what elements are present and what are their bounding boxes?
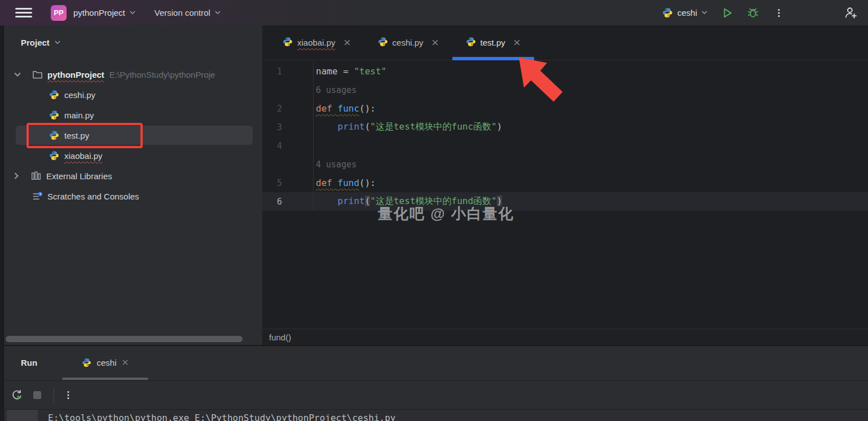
tree-row-pythonproject[interactable]: pythonProject E:\PythonStudy\pythonProje [4, 64, 262, 85]
more-actions-button[interactable] [774, 8, 784, 18]
code-token: print [338, 196, 365, 206]
tree-item-path: E:\PythonStudy\pythonProje [109, 70, 215, 79]
tree-item-label: test.py [64, 131, 89, 140]
code-token: ( [365, 196, 371, 206]
python-icon [466, 37, 476, 48]
chevron-down-icon[interactable] [14, 72, 23, 77]
code-token: ) [497, 196, 503, 206]
line-number: 1 [262, 62, 314, 81]
vcs-selector[interactable]: Version control [155, 8, 221, 17]
project-tool-window: Project pythonProject E:\PythonStudy\pyt… [4, 25, 262, 345]
code-token [332, 103, 338, 114]
project-view-label: Project [21, 38, 50, 47]
project-selector-label: pythonProject [73, 8, 125, 17]
tree-item-label: pythonProject [47, 70, 104, 79]
close-icon[interactable] [513, 39, 521, 46]
run-console[interactable]: E:\tools\python\python.exe E:\PythonStud… [4, 409, 868, 421]
title-bar: PP pythonProject Version control ceshi [0, 0, 868, 25]
run-tab-label: ceshi [96, 358, 116, 367]
project-view-selector[interactable]: Project [4, 25, 262, 47]
tree-item-label: xiaobai.py [64, 151, 103, 161]
kebab-menu-icon [64, 390, 73, 400]
vcs-selector-label: Version control [155, 8, 210, 17]
chevron-right-icon[interactable] [14, 172, 23, 179]
code-token: (): [359, 178, 376, 188]
editor-tab-label: test.py [481, 38, 505, 47]
project-logo: PP [51, 5, 67, 21]
code-token: "这是test模块中的fund函数" [370, 196, 496, 206]
editor-tab-bar: xiaobai.py ceshi.py test.py [262, 25, 868, 60]
tree-row-test-py[interactable]: test.py [4, 125, 262, 145]
code-token: "这是test模块中的func函数" [370, 121, 496, 132]
toolbar-separator [54, 388, 54, 402]
python-icon [48, 149, 60, 162]
run-tool-window: Run ceshi [4, 345, 868, 421]
code-token: "test" [354, 66, 386, 77]
code-token [316, 121, 338, 132]
editor-tab-test-py[interactable]: test.py [452, 25, 534, 60]
tree-row-scratches-and-consoles[interactable]: Scratches and Consoles [4, 186, 262, 206]
code-token: 6 usages [316, 85, 356, 95]
tree-row-xiaobai-py[interactable]: xiaobai.py [4, 145, 262, 166]
code-with-me-button[interactable] [843, 6, 858, 20]
code-token: (): [359, 103, 376, 114]
breadcrumb-item[interactable]: fund() [269, 333, 291, 342]
tree-item-label: main.py [64, 110, 94, 120]
project-selector[interactable]: pythonProject [73, 8, 135, 17]
chevron-down-icon [130, 11, 135, 15]
python-icon [378, 37, 388, 48]
run-configuration-selector[interactable]: ceshi [662, 7, 707, 18]
stop-button[interactable] [29, 387, 46, 404]
code-line: 6 print("这是test模块中的fund函数") [262, 192, 868, 211]
scratches-icon [31, 190, 43, 202]
main-menu-icon[interactable] [15, 5, 32, 20]
editor-tab-label: ceshi.py [393, 38, 424, 47]
close-icon[interactable] [431, 39, 439, 46]
console-options-button[interactable] [60, 387, 77, 404]
python-icon [48, 109, 60, 121]
python-icon [48, 129, 60, 141]
editor-tab-ceshi-py[interactable]: ceshi.py [364, 25, 452, 60]
code-line: 5 def fund(): [262, 174, 868, 192]
bug-icon [747, 7, 759, 19]
close-icon[interactable] [343, 39, 351, 46]
code-token: name = [316, 66, 354, 77]
kebab-menu-icon [774, 8, 784, 18]
code-token: ) [497, 121, 503, 132]
editor-tab-label: xiaobai.py [297, 38, 336, 47]
chevron-down-icon [55, 41, 60, 45]
editor-pane: xiaobai.py ceshi.py test.py 1 name = "te… [262, 25, 868, 345]
horizontal-scrollbar[interactable] [6, 336, 243, 342]
tree-item-label: ceshi.py [64, 90, 95, 100]
code-line: 2 def func(): [262, 99, 868, 118]
python-icon [662, 7, 673, 18]
run-header: Run ceshi [4, 346, 868, 381]
run-toolbar [4, 381, 868, 409]
code-token: 4 usages [316, 159, 356, 170]
line-number: 3 [262, 118, 314, 136]
code-editor[interactable]: 1 name = "test" 6 usages 2 def func(): 3… [262, 61, 868, 211]
run-tab-underline [62, 378, 148, 380]
code-token [316, 196, 338, 206]
code-token: func [338, 103, 360, 114]
close-icon[interactable] [122, 359, 129, 366]
line-number: 2 [262, 99, 314, 118]
run-button[interactable] [721, 7, 733, 19]
python-icon [82, 358, 91, 367]
tree-row-main-py[interactable]: main.py [4, 105, 262, 125]
stop-icon [32, 389, 43, 401]
code-line: 4 [262, 136, 868, 155]
rerun-button[interactable] [8, 387, 25, 404]
tree-row-ceshi-py[interactable]: ceshi.py [4, 85, 262, 105]
library-icon [30, 170, 42, 182]
breadcrumb: fund() [262, 329, 868, 345]
chevron-down-icon [215, 11, 221, 15]
folder-icon [31, 68, 43, 81]
debug-button[interactable] [747, 7, 759, 19]
python-icon [283, 37, 293, 48]
tree-row-external-libraries[interactable]: External Libraries [4, 166, 262, 186]
run-tab-ceshi[interactable]: ceshi [62, 346, 148, 379]
editor-tab-xiaobai-py[interactable]: xiaobai.py [269, 25, 364, 60]
code-token: fund [338, 178, 360, 188]
project-tree: pythonProject E:\PythonStudy\pythonProje… [4, 64, 262, 206]
